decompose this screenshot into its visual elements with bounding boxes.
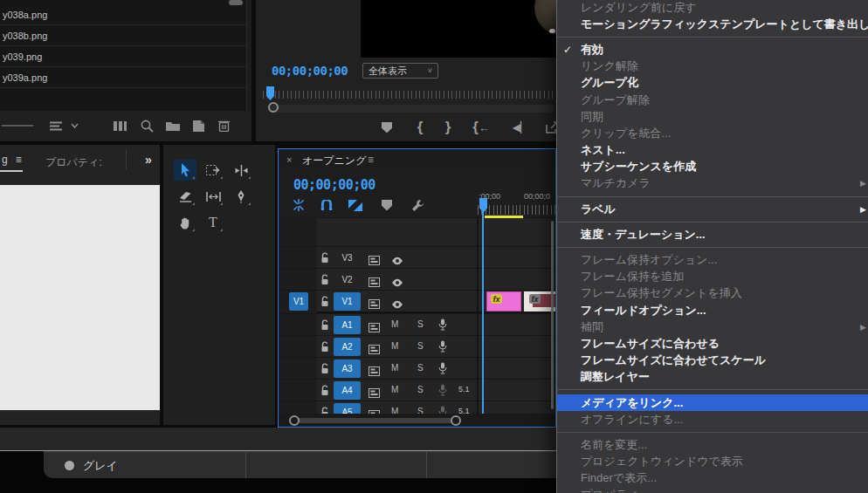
razor-tool-button[interactable] — [174, 186, 196, 207]
fit-select-dropdown[interactable]: 全体表示 ˅ — [362, 63, 438, 79]
timeline-ruler[interactable] — [478, 205, 555, 215]
search-icon[interactable] — [138, 116, 155, 135]
lock-icon[interactable] — [320, 340, 329, 356]
track-label[interactable]: A4 — [334, 381, 361, 400]
mute-button[interactable]: M — [391, 319, 398, 329]
mic-icon[interactable] — [438, 384, 447, 400]
icon-view-icon[interactable] — [112, 116, 129, 135]
mute-button[interactable]: M — [391, 341, 398, 351]
source-patch[interactable]: V1 — [289, 292, 308, 311]
pen-tool-button[interactable] — [230, 186, 252, 207]
panel-tab[interactable]: g ≡ — [2, 154, 22, 166]
lock-icon[interactable] — [320, 384, 329, 400]
menu-item[interactable]: プロジェクトウィンドウで表示 — [557, 454, 868, 470]
menu-item[interactable]: フレーム保持を追加 — [557, 269, 868, 285]
new-bin-folder-icon[interactable] — [164, 116, 182, 135]
solo-button[interactable]: S — [417, 385, 424, 394]
project-file-row[interactable]: y038a.png — [0, 4, 246, 25]
mic-icon[interactable] — [438, 340, 447, 356]
mic-icon[interactable] — [438, 318, 447, 334]
eye-icon[interactable] — [391, 297, 403, 312]
monitor-scrollbar-handle[interactable] — [268, 102, 279, 113]
solo-button[interactable]: S — [417, 341, 424, 351]
menu-item[interactable]: レンダリング前に戻す — [557, 0, 868, 16]
lock-icon[interactable] — [320, 406, 329, 414]
new-item-icon[interactable] — [190, 116, 206, 135]
scrollbar-track[interactable] — [294, 418, 457, 423]
project-file-row[interactable]: y038b.png — [0, 25, 246, 46]
track-label[interactable]: V2 — [334, 270, 361, 289]
menu-item[interactable]: リンク解除 — [557, 58, 868, 75]
sync-lock-icon[interactable] — [369, 320, 380, 336]
panel-menu-icon[interactable]: ≡ — [368, 154, 374, 166]
sync-lock-icon[interactable] — [369, 364, 380, 380]
sync-lock-icon[interactable] — [369, 275, 380, 291]
sync-lock-icon[interactable] — [369, 407, 380, 414]
menu-item[interactable]: 名前を変更... — [557, 436, 868, 453]
menu-item[interactable]: フレームサイズに合わせてスケール — [557, 353, 868, 369]
menu-item[interactable]: フレーム保持オプション... — [557, 251, 868, 268]
menu-item[interactable]: 補間 ▶ — [557, 318, 868, 335]
menu-item[interactable]: フィールドオプション... — [557, 302, 868, 318]
type-tool-button[interactable]: T — [202, 212, 224, 233]
track-label[interactable]: V3 — [334, 249, 361, 267]
mute-button[interactable]: M — [391, 407, 398, 414]
solo-button[interactable]: S — [417, 319, 424, 329]
project-scrollbar-thumb[interactable] — [229, 0, 243, 5]
menu-item[interactable]: ネスト... — [557, 142, 868, 159]
solo-button[interactable]: S — [417, 363, 424, 373]
menu-item[interactable]: オフラインにする... — [557, 411, 868, 428]
menu-item[interactable]: マルチカメラ ▶ — [557, 175, 868, 192]
menu-item[interactable]: 速度・デュレーション... — [557, 226, 868, 243]
mute-button[interactable]: M — [391, 385, 398, 394]
timeline-clip[interactable]: fx — [486, 291, 521, 312]
lock-icon[interactable] — [320, 295, 329, 311]
menu-item[interactable]: フレーム保持セグメントを挿入 — [557, 285, 868, 302]
selection-tool-button[interactable] — [174, 160, 196, 181]
track-label[interactable]: V1 — [334, 292, 361, 311]
menu-item[interactable]: Finderで表示... — [557, 470, 868, 487]
go-to-in-icon[interactable]: {← — [466, 117, 496, 138]
menu-item[interactable]: ✓ 有効 — [557, 41, 868, 58]
scrollbar-handle-left[interactable] — [289, 415, 300, 426]
track-label[interactable]: A5 — [334, 403, 361, 414]
hand-tool-button[interactable] — [174, 212, 196, 233]
menu-item[interactable]: 同期 — [557, 108, 868, 125]
sync-lock-icon[interactable] — [369, 297, 380, 312]
menu-item[interactable]: 調整レイヤー — [557, 369, 868, 386]
timeline-vertical-scrollbar[interactable] — [551, 221, 554, 409]
chevron-down-icon[interactable] — [68, 116, 80, 135]
menu-item[interactable]: メディアをリンク... — [557, 394, 868, 411]
list-view-icon[interactable] — [48, 116, 64, 135]
track-select-forward-tool-button[interactable] — [202, 160, 224, 181]
eye-icon[interactable] — [391, 275, 403, 291]
lock-icon[interactable] — [320, 318, 329, 334]
ripple-edit-tool-button[interactable] — [230, 160, 252, 181]
monitor-scrollbar[interactable] — [267, 105, 554, 113]
monitor-ruler[interactable] — [263, 91, 556, 99]
menu-item[interactable]: クリップを統合... — [557, 125, 868, 141]
mute-button[interactable]: M — [391, 363, 398, 373]
menu-item[interactable]: フレームサイズに合わせる — [557, 335, 868, 352]
add-marker-icon[interactable] — [375, 117, 398, 138]
mark-in-icon[interactable]: { — [409, 117, 431, 138]
sync-lock-icon[interactable] — [369, 386, 380, 401]
step-back-icon[interactable]: ◀▏ — [507, 117, 534, 138]
timeline-horizontal-scrollbar[interactable] — [279, 414, 555, 427]
sync-lock-icon[interactable] — [369, 342, 380, 358]
monitor-timecode[interactable]: 00;00;00;00 — [272, 64, 348, 78]
mic-icon[interactable] — [438, 406, 447, 414]
timeline-tab-title[interactable]: オープニング — [302, 154, 366, 168]
tab-overflow-icon[interactable]: » — [145, 153, 152, 167]
sync-lock-icon[interactable] — [369, 253, 380, 269]
menu-item[interactable]: プロパティ — [557, 487, 868, 493]
mark-out-icon[interactable]: } — [437, 117, 459, 138]
delete-trash-icon[interactable] — [215, 116, 232, 135]
menu-item[interactable]: グループ解除 — [557, 92, 868, 108]
track-label[interactable]: A2 — [334, 338, 361, 356]
solo-button[interactable]: S — [417, 407, 424, 414]
zoom-slider[interactable] — [2, 125, 33, 127]
timeline-timecode[interactable]: 00;00;00;00 — [293, 177, 375, 193]
track-label[interactable]: A3 — [334, 359, 361, 378]
lock-icon[interactable] — [320, 362, 329, 378]
